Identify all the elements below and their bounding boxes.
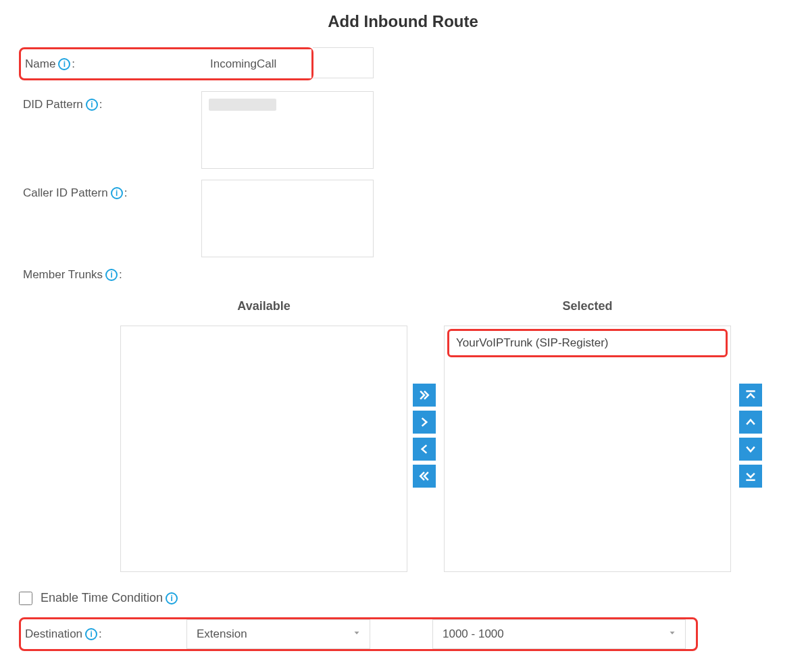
time-condition-checkbox[interactable] (19, 592, 32, 605)
info-icon[interactable]: i (86, 99, 98, 111)
move-top-button[interactable] (739, 384, 762, 407)
callerid-pattern-input[interactable] (201, 180, 374, 257)
member-trunks-row: Member Trunks i : (19, 268, 787, 288)
did-pattern-row: DID Pattern i : (19, 91, 787, 169)
did-pattern-label: DID Pattern i : (19, 91, 201, 118)
callerid-pattern-label-text: Caller ID Pattern (23, 186, 108, 200)
name-row: Name i : (19, 47, 787, 80)
time-condition-label: Enable Time Condition (41, 591, 163, 605)
move-left-button[interactable] (413, 438, 436, 461)
info-icon[interactable]: i (111, 187, 123, 199)
move-all-right-button[interactable] (413, 384, 436, 407)
name-label: Name i : (21, 49, 203, 78)
member-trunks-label-suffix: : (119, 268, 122, 282)
move-up-button[interactable] (739, 411, 762, 434)
caret-down-icon (352, 627, 361, 641)
move-right-button[interactable] (413, 411, 436, 434)
caret-down-icon (668, 627, 677, 641)
trunks-columns: Available Selected YourVoIPTrunk (SIP-Re… (120, 299, 787, 572)
redacted-content (209, 99, 276, 111)
time-condition-row: Enable Time Condition i (19, 591, 787, 605)
svg-marker-3 (670, 631, 675, 634)
destination-target-value: 1000 - 1000 (443, 627, 504, 641)
callerid-pattern-label-suffix: : (124, 186, 128, 200)
name-label-text: Name (25, 57, 55, 71)
info-icon[interactable]: i (166, 592, 178, 604)
name-input[interactable] (203, 49, 311, 78)
form-container: Name i : DID Pattern i : Caller ID Patte… (0, 47, 806, 651)
selected-trunk-item[interactable]: YourVoIPTrunk (SIP-Register) (447, 329, 728, 357)
destination-target-select[interactable]: 1000 - 1000 (432, 619, 686, 649)
available-listbox[interactable] (120, 326, 407, 572)
destination-label: Destination i : (21, 621, 186, 648)
destination-label-suffix: : (99, 627, 102, 641)
info-icon[interactable]: i (105, 269, 118, 281)
selected-listbox[interactable]: YourVoIPTrunk (SIP-Register) (444, 326, 731, 572)
name-input-extra (313, 47, 374, 78)
destination-type-value: Extension (197, 627, 247, 641)
selected-header: Selected (562, 299, 612, 313)
name-label-suffix: : (72, 57, 75, 71)
member-trunks-label-text: Member Trunks (23, 268, 103, 282)
page-title: Add Inbound Route (0, 0, 806, 47)
available-block: Available (120, 299, 407, 572)
reorder-buttons-group (735, 299, 766, 572)
did-pattern-label-suffix: : (99, 98, 103, 111)
name-highlight-box: Name i : (19, 47, 313, 80)
move-all-left-button[interactable] (413, 465, 436, 488)
destination-label-text: Destination (25, 627, 82, 641)
info-icon[interactable]: i (58, 58, 70, 70)
move-buttons-group (409, 299, 440, 572)
callerid-pattern-row: Caller ID Pattern i : (19, 180, 787, 257)
did-pattern-input[interactable] (201, 91, 374, 169)
selected-block: Selected YourVoIPTrunk (SIP-Register) (444, 299, 731, 572)
move-bottom-button[interactable] (739, 465, 762, 488)
callerid-pattern-label: Caller ID Pattern i : (19, 180, 201, 207)
did-pattern-label-text: DID Pattern (23, 98, 83, 111)
member-trunks-label: Member Trunks i : (19, 268, 201, 288)
destination-row: Destination i : Extension 1000 - 1000 (19, 617, 698, 651)
available-header: Available (237, 299, 290, 313)
info-icon[interactable]: i (85, 628, 97, 640)
destination-type-select[interactable]: Extension (186, 619, 370, 649)
svg-marker-2 (355, 631, 359, 634)
move-down-button[interactable] (739, 438, 762, 461)
